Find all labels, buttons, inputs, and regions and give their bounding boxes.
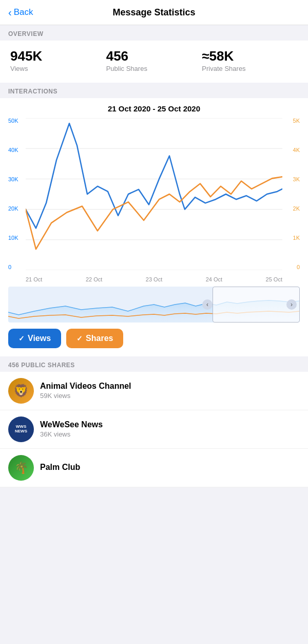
x-label-23oct: 23 Oct xyxy=(146,276,162,282)
y-left-30k: 30K xyxy=(8,177,18,182)
chart-title: 21 Oct 2020 - 25 Oct 2020 xyxy=(8,104,300,113)
y-left-50k: 50K xyxy=(8,118,18,124)
y-axis-left: 50K 40K 30K 20K 10K 0 xyxy=(8,118,18,282)
y-left-40k: 40K xyxy=(8,147,18,153)
share-name: WeWeSee News xyxy=(40,420,300,429)
public-shares-value: 456 xyxy=(106,49,202,64)
views-check-icon: ✓ xyxy=(18,334,25,343)
mini-nav-left-button[interactable]: ‹ xyxy=(202,299,213,310)
y-axis-right: 5K 4K 3K 2K 1K 0 xyxy=(293,118,300,282)
y-right-4k: 4K xyxy=(293,147,300,153)
back-button[interactable]: ‹ Back xyxy=(8,7,33,17)
y-right-1k: 1K xyxy=(293,235,300,241)
x-label-24oct: 24 Oct xyxy=(206,276,222,282)
avatar: 🌴 xyxy=(8,455,34,481)
share-views: 36K views xyxy=(40,430,300,438)
share-views: 59K views xyxy=(40,392,300,400)
mini-nav-right-button[interactable]: › xyxy=(286,299,297,310)
overview-section-label: OVERVIEW xyxy=(0,25,308,41)
private-shares-label: Private Shares xyxy=(202,65,298,72)
interactions-panel: 21 Oct 2020 - 25 Oct 2020 50K 40K 30K 20… xyxy=(0,98,308,356)
share-info: Animal Videos Channel 59K views xyxy=(40,382,300,400)
shares-toggle-button[interactable]: ✓ Shares xyxy=(66,329,123,348)
share-name: Animal Videos Channel xyxy=(40,382,300,391)
shares-list: 🦁 Animal Videos Channel 59K views WWSNEW… xyxy=(0,372,308,487)
share-info: Palm Club xyxy=(40,463,300,473)
x-label-21oct: 21 Oct xyxy=(26,276,42,282)
back-label: Back xyxy=(14,7,33,17)
shares-check-icon: ✓ xyxy=(76,334,83,343)
avatar: WWSNEWS xyxy=(8,416,34,442)
public-shares-stat: 456 Public Shares xyxy=(106,49,202,72)
interactions-section-label: INTERACTIONS xyxy=(0,83,308,98)
y-right-0: 0 xyxy=(297,264,300,270)
private-shares-value: ≈58K xyxy=(202,49,298,64)
chart-svg-container xyxy=(26,118,282,270)
y-right-3k: 3K xyxy=(293,177,300,182)
overview-panel: 945K Views 456 Public Shares ≈58K Privat… xyxy=(0,41,308,83)
x-axis: 21 Oct 22 Oct 23 Oct 24 Oct 25 Oct xyxy=(26,276,282,282)
list-item[interactable]: 🌴 Palm Club xyxy=(0,449,308,487)
y-left-20k: 20K xyxy=(8,206,18,212)
shares-toggle-label: Shares xyxy=(86,334,113,343)
header: ‹ Back Message Statistics xyxy=(0,0,308,25)
public-shares-label: Public Shares xyxy=(106,65,202,72)
y-right-2k: 2K xyxy=(293,206,300,212)
mini-chart-container: ‹ › xyxy=(8,287,300,323)
public-shares-section-label: 456 PUBLIC SHARES xyxy=(0,356,308,372)
views-toggle-label: Views xyxy=(28,334,51,343)
views-toggle-button[interactable]: ✓ Views xyxy=(8,329,61,348)
private-shares-stat: ≈58K Private Shares xyxy=(202,49,298,72)
back-chevron-icon: ‹ xyxy=(8,7,12,17)
x-label-25oct: 25 Oct xyxy=(266,276,282,282)
y-left-0: 0 xyxy=(8,264,18,270)
page-title: Message Statistics xyxy=(112,7,195,18)
avatar: 🦁 xyxy=(8,378,34,404)
views-stat: 945K Views xyxy=(10,49,106,72)
toggle-row: ✓ Views ✓ Shares xyxy=(8,329,300,348)
share-info: WeWeSee News 36K views xyxy=(40,420,300,438)
y-right-5k: 5K xyxy=(293,118,300,124)
list-item[interactable]: 🦁 Animal Videos Channel 59K views xyxy=(0,372,308,410)
views-label: Views xyxy=(10,65,106,72)
y-left-10k: 10K xyxy=(8,235,18,241)
share-name: Palm Club xyxy=(40,463,300,472)
x-label-22oct: 22 Oct xyxy=(86,276,102,282)
main-chart-area: 50K 40K 30K 20K 10K 0 5K 4K 3K 2K 1K 0 xyxy=(8,118,300,282)
views-value: 945K xyxy=(10,49,106,64)
list-item[interactable]: WWSNEWS WeWeSee News 36K views xyxy=(0,410,308,449)
chart-svg xyxy=(26,118,282,270)
